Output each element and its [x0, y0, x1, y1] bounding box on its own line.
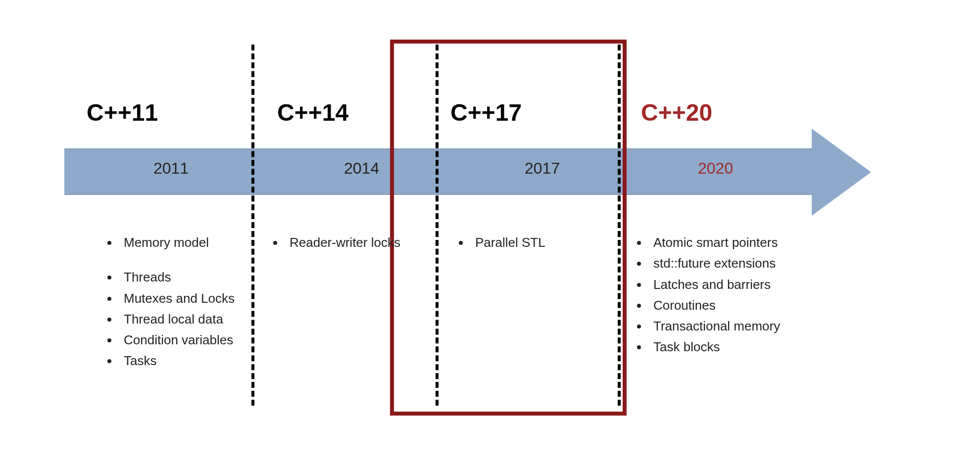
feature-item: Memory model [119, 233, 235, 252]
milestone-year-3: 2020 [698, 159, 733, 178]
feature-item: Mutexes and Locks [119, 288, 235, 308]
highlight-box [390, 40, 627, 416]
feature-item: Condition variables [119, 330, 235, 350]
milestone-feature-list-3: Atomic smart pointersstd::future extensi… [634, 233, 780, 358]
timeline-divider-1 [251, 45, 254, 406]
milestone-title-0: C++11 [87, 99, 158, 126]
milestone-year-1: 2014 [344, 159, 379, 178]
feature-item: Latches and barriers [648, 275, 780, 294]
feature-item: Atomic smart pointers [648, 233, 780, 252]
feature-item: Threads [119, 267, 235, 287]
timeline-arrow-head [812, 129, 871, 216]
feature-item: Reader-writer locks [285, 233, 400, 252]
milestone-title-2: C++17 [450, 99, 522, 126]
milestone-title-1: C++14 [277, 99, 348, 126]
feature-item: Transactional memory [648, 316, 780, 336]
feature-item: Parallel STL [470, 233, 545, 252]
feature-item: Tasks [119, 351, 235, 371]
feature-item: Coroutines [648, 295, 780, 315]
feature-item: Task blocks [648, 337, 780, 357]
feature-item: std::future extensions [648, 253, 780, 273]
milestone-title-3: C++20 [641, 99, 712, 126]
milestone-feature-list-0: Memory modelThreadsMutexes and LocksThre… [104, 233, 235, 372]
milestone-feature-list-2: Parallel STL [455, 233, 545, 253]
diagram-stage: C++11C++14C++17C++20 2011201420172020 Me… [0, 0, 980, 468]
milestone-feature-list-1: Reader-writer locks [270, 233, 400, 253]
milestone-year-0: 2011 [153, 159, 189, 178]
feature-item: Thread local data [119, 309, 235, 329]
milestone-year-2: 2017 [525, 159, 560, 178]
